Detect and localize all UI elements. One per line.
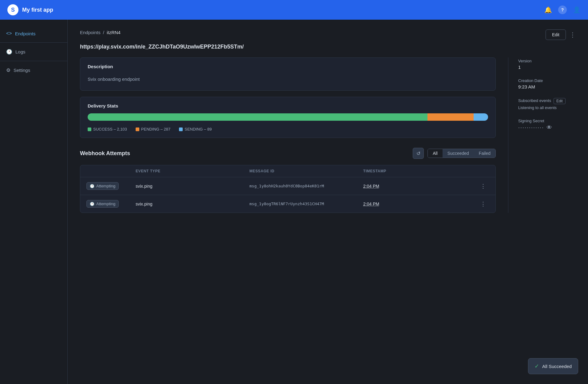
subscribed-events-value: Listening to all events bbox=[518, 105, 576, 110]
delivery-stats-title: Delivery Stats bbox=[88, 103, 488, 108]
filter-tab-succeeded[interactable]: Succeeded bbox=[443, 149, 474, 158]
timestamp-cell: 2:04 PM bbox=[363, 184, 477, 189]
sidebar-divider-2 bbox=[0, 61, 67, 61]
legend-dot-pending bbox=[136, 127, 139, 131]
bottom-badge-label: All Succeeded bbox=[542, 364, 572, 369]
version-value: 1 bbox=[518, 65, 576, 70]
timestamp-value: 2:04 PM bbox=[363, 184, 379, 189]
description-card: Description Svix onboarding endpoint bbox=[80, 57, 496, 91]
breadcrumb: Endpoints / iIzRN4 bbox=[80, 30, 121, 35]
attempts-title: Webhook Attempts bbox=[80, 150, 130, 157]
sidebar-item-label: Settings bbox=[14, 68, 30, 73]
col-actions bbox=[477, 169, 489, 173]
sidebar-item-settings[interactable]: ⚙ Settings bbox=[0, 64, 67, 77]
endpoints-icon: <> bbox=[6, 31, 12, 36]
legend-success-label: SUCCESS – 2,103 bbox=[93, 127, 127, 131]
sidebar-item-logs[interactable]: 🕐 Logs bbox=[0, 45, 67, 58]
breadcrumb-parent[interactable]: Endpoints bbox=[80, 30, 101, 35]
subscribed-events-edit-button[interactable]: Edit bbox=[554, 98, 566, 104]
timestamp-cell: 2:04 PM bbox=[363, 202, 477, 206]
legend-pending: PENDING – 287 bbox=[136, 127, 170, 131]
header-right: 🔔 ? 👤 bbox=[544, 6, 581, 14]
app-logo: S bbox=[7, 4, 18, 15]
panel-signing-secret: Signing Secret ············ 👁 bbox=[518, 119, 576, 131]
subscribed-events-header: Subscribed events Edit bbox=[518, 98, 576, 104]
settings-icon: ⚙ bbox=[6, 67, 10, 73]
panel-creation-date: Creation Date 9:23 AM bbox=[518, 78, 576, 89]
sidebar-item-label: Endpoints bbox=[15, 31, 36, 36]
check-icon: ✓ bbox=[534, 363, 539, 370]
message-id-cell: msg_1y8ogTR6lNF7rUynzh43S1CH47M bbox=[249, 202, 363, 206]
sidebar-item-endpoints[interactable]: <> Endpoints bbox=[0, 27, 67, 40]
status-cell: 🕐 Attempting bbox=[86, 200, 136, 208]
legend-dot-sending bbox=[179, 127, 183, 131]
bar-pending bbox=[427, 113, 474, 121]
attempting-icon: 🕐 bbox=[90, 184, 94, 188]
delivery-stats-card: Delivery Stats SUCCESS – 2,103 bbox=[80, 97, 496, 138]
col-timestamp: TIMESTAMP bbox=[363, 169, 477, 173]
legend-pending-label: PENDING – 287 bbox=[141, 127, 170, 131]
right-panel: Version 1 Creation Date 9:23 AM Subscrib… bbox=[508, 57, 576, 213]
sidebar-divider bbox=[0, 42, 67, 43]
bell-icon[interactable]: 🔔 bbox=[544, 6, 552, 14]
edit-button[interactable]: Edit bbox=[546, 29, 566, 40]
bottom-badge: ✓ All Succeeded bbox=[528, 358, 578, 374]
timestamp-value: 2:04 PM bbox=[363, 202, 379, 206]
panel-version: Version 1 bbox=[518, 59, 576, 70]
top-header: S My first app 🔔 ? 👤 bbox=[0, 0, 588, 20]
legend-sending: SENDING – 89 bbox=[179, 127, 212, 131]
row-menu-button[interactable]: ⋮ bbox=[477, 183, 489, 190]
filter-tabs: All Succeeded Failed bbox=[427, 149, 496, 158]
app-title: My first app bbox=[22, 7, 53, 13]
filter-tab-all[interactable]: All bbox=[428, 149, 443, 158]
subscribed-events-label: Subscribed events bbox=[518, 98, 551, 103]
message-id-cell: msg_1y8ohH2kauh0YdC0Bop84eK01rM bbox=[249, 184, 363, 188]
signing-secret-dots: ············ bbox=[518, 124, 544, 131]
filter-tab-failed[interactable]: Failed bbox=[474, 149, 495, 158]
col-status bbox=[86, 169, 136, 173]
help-icon[interactable]: ? bbox=[558, 6, 567, 14]
event-type-cell: svix.ping bbox=[136, 184, 249, 189]
table-row: 🕐 Attempting svix.ping msg_1y8ohH2kauh0Y… bbox=[80, 177, 495, 195]
content-with-panel: Description Svix onboarding endpoint Del… bbox=[80, 57, 576, 213]
attempting-icon: 🕐 bbox=[90, 202, 94, 206]
description-title: Description bbox=[88, 64, 488, 69]
version-label: Version bbox=[518, 59, 576, 63]
legend-dot-success bbox=[88, 127, 91, 131]
col-message-id: MESSAGE ID bbox=[249, 169, 363, 173]
event-type-cell: svix.ping bbox=[136, 202, 249, 206]
layout: <> Endpoints 🕐 Logs ⚙ Settings Endpoints… bbox=[0, 20, 588, 384]
more-menu-icon[interactable]: ⋮ bbox=[570, 31, 576, 38]
signing-secret-label: Signing Secret bbox=[518, 119, 576, 123]
signing-secret-row: ············ 👁 bbox=[518, 124, 576, 131]
bar-success bbox=[88, 113, 427, 121]
attempts-controls: ↺ All Succeeded Failed bbox=[413, 148, 496, 159]
refresh-button[interactable]: ↺ bbox=[413, 148, 424, 159]
status-label: Attempting bbox=[96, 184, 115, 188]
table-header: EVENT TYPE MESSAGE ID TIMESTAMP bbox=[80, 165, 495, 177]
main-content: Endpoints / iIzRN4 Edit ⋮ https://play.s… bbox=[68, 20, 588, 384]
description-value: Svix onboarding endpoint bbox=[88, 74, 488, 84]
logs-icon: 🕐 bbox=[6, 49, 12, 55]
user-icon[interactable]: 👤 bbox=[573, 6, 581, 14]
creation-date-label: Creation Date bbox=[518, 78, 576, 83]
table-row: 🕐 Attempting svix.ping msg_1y8ogTR6lNF7r… bbox=[80, 195, 495, 213]
status-badge: 🕐 Attempting bbox=[86, 200, 119, 208]
row-menu-button[interactable]: ⋮ bbox=[477, 201, 489, 207]
attempts-section: Webhook Attempts ↺ All Succeeded Failed bbox=[80, 148, 496, 213]
status-label: Attempting bbox=[96, 202, 115, 206]
header-left: S My first app bbox=[7, 4, 53, 15]
eye-icon[interactable]: 👁 bbox=[546, 124, 552, 131]
progress-bar bbox=[88, 113, 488, 121]
endpoint-url: https://play.svix.com/in/e_ZZCJhDTaO9Uzw… bbox=[80, 44, 576, 50]
attempts-table: EVENT TYPE MESSAGE ID TIMESTAMP 🕐 Attemp… bbox=[80, 165, 496, 213]
legend-success: SUCCESS – 2,103 bbox=[88, 127, 127, 131]
sidebar-item-label: Logs bbox=[15, 49, 26, 54]
legend: SUCCESS – 2,103 PENDING – 287 SENDING – … bbox=[88, 127, 488, 131]
bar-sending bbox=[474, 113, 488, 121]
legend-sending-label: SENDING – 89 bbox=[185, 127, 212, 131]
creation-date-value: 9:23 AM bbox=[518, 84, 576, 89]
attempts-header: Webhook Attempts ↺ All Succeeded Failed bbox=[80, 148, 496, 159]
breadcrumb-current: iIzRN4 bbox=[107, 30, 121, 35]
content-main: Description Svix onboarding endpoint Del… bbox=[80, 57, 496, 213]
